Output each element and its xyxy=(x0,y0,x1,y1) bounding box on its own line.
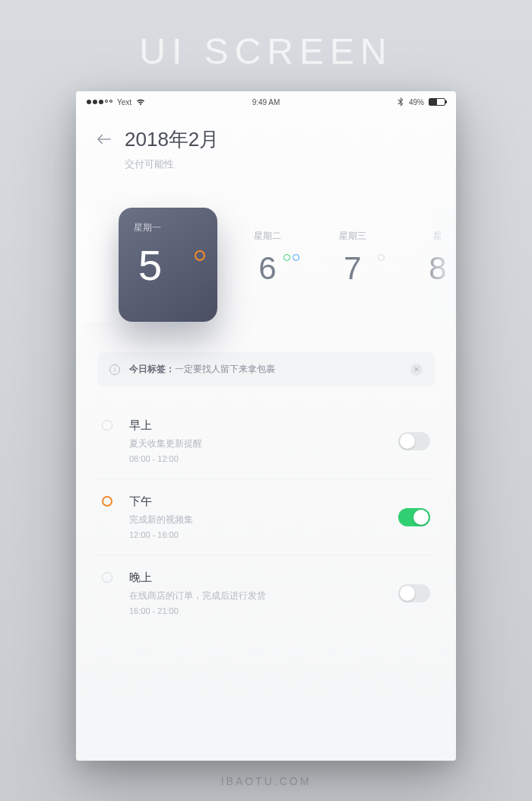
slot-afternoon: 下午 完成新的视频集 12:00 - 16:00 xyxy=(97,479,435,555)
day-number: 5 xyxy=(119,240,217,290)
info-icon: i xyxy=(109,364,120,375)
header: 2018年2月 交付可能性 xyxy=(76,113,456,177)
bluetooth-icon xyxy=(397,97,404,106)
slot-time: 16:00 - 21:00 xyxy=(129,606,398,615)
slot-desc: 夏天收集更新提醒 xyxy=(129,437,398,450)
background-footer: IBAOTU.COM xyxy=(0,775,532,787)
status-time: 9:49 AM xyxy=(252,98,280,106)
slot-time: 08:00 - 12:00 xyxy=(129,454,398,463)
signal-dots-icon xyxy=(87,100,112,104)
status-right: 49% xyxy=(280,97,445,106)
page-title: 2018年2月 xyxy=(125,126,219,153)
slot-desc: 完成新的视频集 xyxy=(129,513,398,526)
slot-morning-toggle[interactable] xyxy=(398,432,430,450)
slot-title: 晚上 xyxy=(129,571,398,585)
slot-evening: 晚上 在线商店的订单，完成后进行发货 16:00 - 21:00 xyxy=(97,555,435,631)
day-indicator-icon xyxy=(195,250,205,261)
slot-marker-icon xyxy=(102,572,112,583)
background-title: UI SCREEN xyxy=(0,30,532,72)
day-wednesday[interactable]: 星期三 7 xyxy=(310,219,395,310)
wifi-icon xyxy=(136,98,145,106)
day-weekday-label: 星期三 xyxy=(310,219,395,243)
slot-marker-icon xyxy=(102,496,112,507)
phone-frame: Yext 9:49 AM 49% 2018年2月 交付可能性 星期一 5 星期二… xyxy=(76,91,456,761)
battery-percent: 49% xyxy=(409,98,424,106)
time-slots: 早上 夏天收集更新提醒 08:00 - 12:00 下午 完成新的视频集 12:… xyxy=(97,403,435,631)
slot-title: 早上 xyxy=(129,418,398,433)
tag-label: 今日标签： xyxy=(129,364,175,374)
battery-icon xyxy=(429,98,445,106)
carrier-label: Yext xyxy=(117,98,131,106)
slot-evening-toggle[interactable] xyxy=(398,584,430,602)
slot-time: 12:00 - 16:00 xyxy=(129,530,398,539)
day-monday[interactable]: 星期一 5 xyxy=(119,208,217,322)
day-indicator-icon xyxy=(378,254,385,261)
slot-title: 下午 xyxy=(129,494,398,509)
page-subtitle: 交付可能性 xyxy=(125,157,219,171)
slot-morning: 早上 夏天收集更新提醒 08:00 - 12:00 xyxy=(97,403,435,479)
status-left: Yext xyxy=(87,98,252,106)
status-bar: Yext 9:49 AM 49% xyxy=(76,91,456,113)
slot-marker-icon xyxy=(102,420,112,431)
day-indicator-icon xyxy=(283,254,299,261)
day-tuesday[interactable]: 星期二 6 xyxy=(225,219,310,310)
day-weekday-label: 星期二 xyxy=(225,219,310,243)
day-weekday-label: 星期一 xyxy=(119,208,217,234)
slot-afternoon-toggle[interactable] xyxy=(398,508,430,526)
back-button[interactable] xyxy=(97,134,111,145)
day-weekday-label: 星 xyxy=(395,219,456,243)
day-selector[interactable]: 星期一 5 星期二 6 星期三 7 星 8 xyxy=(76,208,456,322)
day-thursday[interactable]: 星 8 xyxy=(395,219,456,310)
tag-text: 一定要找人留下来拿包裹 xyxy=(175,364,275,374)
day-number: 8 xyxy=(395,250,456,287)
today-tag-banner: i 今日标签：一定要找人留下来拿包裹 ✕ xyxy=(97,352,435,386)
slot-desc: 在线商店的订单，完成后进行发货 xyxy=(129,590,398,602)
tag-close-button[interactable]: ✕ xyxy=(410,364,423,376)
